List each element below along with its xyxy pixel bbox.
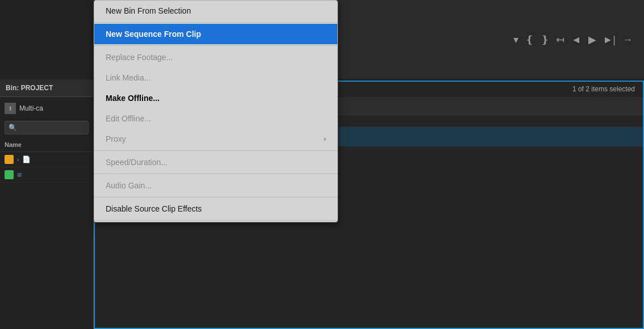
items-selected-text: 1 of 2 items selected bbox=[572, 85, 635, 93]
menu-item-disable-source-clip-effects[interactable]: Disable Source Clip Effects bbox=[94, 199, 337, 219]
menu-separator bbox=[94, 45, 337, 46]
in-point-icon[interactable]: ❴ bbox=[525, 33, 534, 46]
color-label-green bbox=[5, 170, 14, 179]
multicam-row: ⬆ Multi-ca bbox=[0, 99, 93, 117]
context-menu: New Bin From Selection New Sequence From… bbox=[94, 0, 338, 222]
submenu-arrow-icon: › bbox=[324, 135, 326, 143]
out-point-icon[interactable]: ❵ bbox=[541, 33, 549, 46]
menu-item-replace-footage[interactable]: Replace Footage... bbox=[94, 47, 337, 68]
go-to-in-icon[interactable]: ↤ bbox=[556, 33, 564, 46]
menu-item-label: Link Media... bbox=[106, 73, 150, 82]
menu-item-label: New Sequence From Clip bbox=[106, 29, 201, 39]
left-panel: Bin: PROJECT ⬆ Multi-ca 🔍 Name › 📄 ≡ bbox=[0, 0, 94, 329]
search-icon: 🔍 bbox=[9, 124, 17, 132]
menu-item-new-sequence-from-clip[interactable]: New Sequence From Clip bbox=[94, 24, 337, 44]
play-icon[interactable]: ▶ bbox=[588, 33, 596, 46]
table-row[interactable]: › 📄 bbox=[0, 152, 93, 167]
color-label-orange bbox=[5, 155, 14, 164]
marker-icon[interactable]: ▾ bbox=[513, 33, 518, 46]
menu-separator bbox=[94, 174, 337, 174]
file-icon: 📄 bbox=[22, 155, 31, 163]
menu-separator bbox=[94, 150, 337, 151]
step-forward-icon[interactable]: ►| bbox=[603, 34, 616, 46]
menu-separator bbox=[94, 197, 337, 197]
multicam-icon: ⬆ bbox=[5, 103, 16, 114]
menu-item-label: Make Offline... bbox=[106, 94, 160, 103]
menu-item-label: Disable Source Clip Effects bbox=[106, 204, 202, 213]
menu-item-label: Edit Offline... bbox=[106, 114, 151, 123]
menu-item-label: Speed/Duration... bbox=[106, 158, 168, 167]
menu-item-speed-duration[interactable]: Speed/Duration... bbox=[94, 152, 337, 172]
menu-item-new-bin-from-selection[interactable]: New Bin From Selection bbox=[94, 1, 337, 21]
menu-item-audio-gain[interactable]: Audio Gain... bbox=[94, 175, 337, 196]
name-column-header: Name bbox=[5, 141, 22, 148]
expand-chevron[interactable]: › bbox=[17, 157, 19, 163]
menu-item-label: Proxy bbox=[106, 134, 126, 144]
menu-item-label: Audio Gain... bbox=[106, 181, 152, 190]
go-to-out-icon[interactable]: → bbox=[622, 34, 633, 46]
menu-separator bbox=[94, 22, 337, 23]
menu-separator bbox=[94, 220, 337, 221]
bin-header: Bin: PROJECT bbox=[0, 79, 93, 97]
menu-item-link-media[interactable]: Link Media... bbox=[94, 68, 337, 88]
menu-item-label: Replace Footage... bbox=[106, 53, 173, 62]
menu-item-edit-offline[interactable]: Edit Offline... bbox=[94, 108, 337, 129]
table-header-left: Name bbox=[0, 138, 93, 152]
menu-item-label: New Bin From Selection bbox=[106, 6, 191, 15]
menu-item-proxy[interactable]: Proxy › bbox=[94, 129, 337, 149]
search-bar[interactable]: 🔍 bbox=[5, 121, 89, 134]
bin-label: Bin: PROJECT bbox=[6, 84, 53, 92]
table-row[interactable]: ≡ bbox=[0, 167, 93, 183]
multicam-lines-icon: ≡ bbox=[17, 170, 22, 179]
menu-item-make-offline[interactable]: Make Offline... bbox=[94, 88, 337, 108]
step-back-icon[interactable]: ◄ bbox=[571, 34, 582, 46]
multicam-label: Multi-ca bbox=[19, 104, 43, 112]
